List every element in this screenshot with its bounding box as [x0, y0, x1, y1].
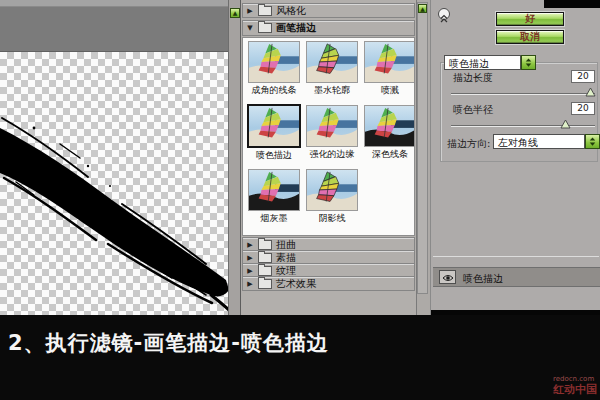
tutorial-step-caption: 2、执行滤镜-画笔描边-喷色描边: [8, 329, 329, 357]
filter-thumbnail-image[interactable]: [364, 105, 415, 147]
spray-radius-value[interactable]: 20: [571, 102, 595, 115]
preview-scrollbar[interactable]: ▲: [228, 0, 241, 315]
slider-track[interactable]: [451, 125, 595, 127]
filter-thumbnail[interactable]: 深色线条: [363, 104, 415, 168]
chevron-right-icon: ▶: [246, 280, 254, 288]
caption-bar: 2、执行滤镜-画笔描边-喷色描边 redocn.com 红动中国: [0, 315, 600, 400]
category-label: 画笔描边: [276, 21, 316, 35]
filter-thumbnail-label: 强化的边缘: [305, 148, 359, 161]
dropdown-arrows-icon: [587, 136, 598, 147]
filter-select-dropdown[interactable]: 喷色描边: [444, 55, 521, 70]
filter-thumbnail[interactable]: 成角的线条: [247, 40, 301, 104]
thumbnail-scrollbar[interactable]: ▲: [417, 2, 428, 294]
visibility-toggle-button[interactable]: [439, 270, 456, 284]
filter-thumbnail-label: 深色线条: [363, 148, 415, 161]
filter-thumbnail-label: 阴影线: [305, 212, 359, 225]
folder-icon: [258, 240, 272, 250]
scroll-up-arrow-icon[interactable]: ▲: [230, 8, 240, 18]
filter-category-panel: ▶ 风格化 ▼ 画笔描边: [241, 0, 417, 315]
applied-filter-name: 喷色描边: [463, 272, 503, 286]
filter-thumbnail-image[interactable]: [306, 105, 358, 147]
filter-select-dropdown-button[interactable]: [521, 55, 536, 70]
transparency-checkerboard: [0, 52, 228, 315]
chevron-right-icon: ▶: [246, 7, 254, 15]
filter-thumbnail-image[interactable]: [306, 169, 358, 211]
filter-thumbnail-image[interactable]: [247, 104, 301, 148]
folder-icon: [258, 279, 272, 289]
panel-separator: [433, 256, 599, 257]
cancel-button[interactable]: 取消: [496, 30, 564, 44]
filter-thumbnail[interactable]: 强化的边缘: [305, 104, 359, 168]
filter-thumbnail-image[interactable]: [364, 41, 415, 83]
applied-filter-row[interactable]: 喷色描边: [433, 267, 600, 287]
folder-icon: [258, 266, 272, 276]
chevron-down-icon: ▼: [246, 24, 254, 32]
black-brush-stroke: [0, 52, 228, 315]
stroke-direction-label: 描边方向:: [447, 137, 490, 151]
thumbnail-list-area: 成角的线条 墨水轮廓: [242, 37, 415, 236]
folder-icon: [258, 6, 272, 16]
ok-button[interactable]: 好: [496, 12, 564, 26]
category-brush-strokes[interactable]: ▼ 画笔描边: [242, 20, 415, 36]
eye-icon: [442, 274, 454, 282]
beach-sail-preview-art: [307, 106, 357, 146]
filter-thumbnail[interactable]: 烟灰墨: [247, 168, 301, 232]
beach-sail-preview-art: [365, 42, 415, 82]
dropdown-arrows-icon: [523, 57, 534, 68]
chevron-right-icon: ▶: [246, 267, 254, 275]
slider-thumb-icon[interactable]: [560, 119, 571, 129]
filter-thumbnail-image[interactable]: [306, 41, 358, 83]
stroke-length-value[interactable]: 20: [571, 70, 595, 83]
spray-radius-label: 喷色半径: [453, 103, 493, 117]
beach-sail-preview-art: [249, 42, 299, 82]
filter-thumbnail[interactable]: 墨水轮廓: [305, 40, 359, 104]
filter-preview-pane: [0, 0, 228, 315]
filter-thumbnail-image[interactable]: [248, 169, 300, 211]
spray-radius-slider[interactable]: [451, 118, 595, 130]
double-chevron-up-icon: [439, 14, 449, 24]
filter-thumbnail-label: 墨水轮廓: [305, 84, 359, 97]
filter-thumbnail[interactable]: 阴影线: [305, 168, 359, 232]
watermark-url: redocn.com: [553, 376, 597, 383]
slider-thumb-icon[interactable]: [585, 87, 596, 97]
beach-sail-preview-art: [365, 106, 415, 146]
watermark: redocn.com 红动中国: [553, 376, 597, 395]
category-stylize[interactable]: ▶ 风格化: [242, 3, 415, 18]
preview-pasteboard: [0, 7, 228, 52]
category-label: 艺术效果: [276, 277, 316, 291]
folder-icon: [258, 253, 272, 263]
chevron-right-icon: ▶: [246, 254, 254, 262]
beach-sail-preview-art: [249, 106, 299, 146]
beach-sail-preview-art: [307, 170, 357, 210]
filter-thumbnail-label: 成角的线条: [247, 84, 301, 97]
filter-gallery-dialog: ▲ ▶ 风格化 ▼ 画笔描边: [0, 0, 600, 400]
beach-sail-preview-art: [307, 42, 357, 82]
slider-track[interactable]: [451, 93, 595, 95]
filter-thumbnail-image[interactable]: [248, 41, 300, 83]
filter-thumbnail-label: 喷色描边: [247, 149, 301, 162]
filter-options-panel: 好 取消 喷色描边 描边长度 20 喷色半径 20 描边方向: 左对角线: [430, 0, 600, 315]
filter-thumbnail-label: 喷溅: [363, 84, 415, 97]
watermark-brand: 红动中国: [553, 384, 597, 395]
filter-thumbnail-label: 烟灰墨: [247, 212, 301, 225]
stroke-length-slider[interactable]: [451, 86, 595, 98]
filter-thumbnail[interactable]: 喷色描边: [247, 104, 301, 168]
stroke-direction-dropdown-button[interactable]: [585, 134, 600, 149]
thumbnail-grid: 成角的线条 墨水轮廓: [247, 40, 415, 232]
open-folder-icon: [258, 23, 272, 33]
stroke-direction-dropdown[interactable]: 左对角线: [493, 134, 585, 149]
category-artistic[interactable]: ▶ 艺术效果: [242, 276, 415, 291]
scroll-up-arrow-icon[interactable]: ▲: [418, 4, 427, 13]
collapse-panel-button[interactable]: [438, 8, 450, 20]
stroke-length-label: 描边长度: [453, 71, 493, 85]
chevron-right-icon: ▶: [246, 241, 254, 249]
preview-top-strip: [0, 0, 228, 7]
beach-sail-preview-art: [249, 170, 299, 210]
category-label: 风格化: [276, 4, 306, 18]
dialog-corner-shadow: [544, 0, 600, 8]
filter-thumbnail[interactable]: 喷溅: [363, 40, 415, 104]
